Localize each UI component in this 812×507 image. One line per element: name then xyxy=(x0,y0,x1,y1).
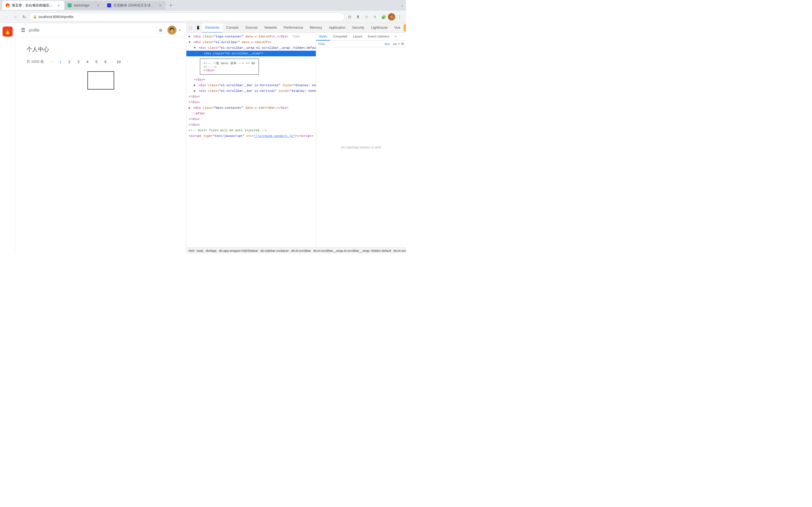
page-content: 个人中心 共 1000 条 ‹ 1 2 3 4 5 6 ··· 10 › xyxy=(15,37,186,253)
tab-2-close[interactable]: ✕ xyxy=(96,3,100,8)
styles-tab-event-listeners[interactable]: Event Listeners xyxy=(365,33,392,41)
devtools-tab-lighthouse[interactable]: Lighthouse xyxy=(368,23,391,33)
dom-line-script[interactable]: <script type="text/javascript" src="/js/… xyxy=(186,133,316,139)
devtools-tab-network[interactable]: Network xyxy=(261,23,280,33)
browser-profile-avatar[interactable]: 波 xyxy=(388,13,395,20)
menu-toggle-icon[interactable]: ☰ xyxy=(21,27,26,33)
pseudo-element: ::after xyxy=(192,112,205,115)
url-bar[interactable]: 🔒 localhost:8080/#/profile xyxy=(29,13,345,21)
tag-close10: </div> xyxy=(189,101,200,104)
devtools-tab-elements[interactable]: Elements xyxy=(202,23,223,33)
dom-line-7[interactable]: ▶ <div class="main-container" data-v-138… xyxy=(186,105,316,111)
styles-tab-computed[interactable]: Computed xyxy=(330,33,350,41)
page-num-4[interactable]: 4 xyxy=(84,58,91,66)
vue-extension-icon[interactable]: V xyxy=(371,13,379,21)
dom-line-5[interactable]: ▶ <div class="el-scrollbar__bar is-horiz… xyxy=(186,82,316,88)
forward-button[interactable]: → xyxy=(11,13,19,21)
breadcrumb-scrollbar-view[interactable]: div.el-scrollbar__view xyxy=(393,249,406,252)
back-button[interactable]: ← xyxy=(2,13,10,21)
share-icon[interactable]: ⬆ xyxy=(354,13,362,21)
more-button[interactable]: ⋮ xyxy=(396,13,404,21)
add-style-icon[interactable]: + xyxy=(398,42,400,46)
page-num-3[interactable]: 3 xyxy=(74,58,82,66)
breadcrumb-scrollbar-wrap[interactable]: div.el-scrollbar__wrap.el-scrollbar__wra… xyxy=(313,249,391,252)
prev-page-button[interactable]: ‹ xyxy=(47,58,55,66)
breadcrumb-html[interactable]: html xyxy=(189,249,195,252)
page-num-2[interactable]: 2 xyxy=(65,58,73,66)
breadcrumb-scrollbar[interactable]: div.el-scrollbar xyxy=(291,249,311,252)
cls-filter[interactable]: .cls xyxy=(392,42,397,46)
devtools-tab-security[interactable]: Security xyxy=(349,23,368,33)
devtools-tab-console[interactable]: Console xyxy=(223,23,242,33)
page-num-6[interactable]: 6 xyxy=(101,58,109,66)
devtools-tab-application[interactable]: Application xyxy=(325,23,349,33)
devtools-tab-sources[interactable]: Sources xyxy=(242,23,261,33)
tab-3-close[interactable]: ✕ xyxy=(158,3,162,8)
tab-2[interactable]: backstage ✕ xyxy=(64,1,104,10)
next-page-button[interactable]: › xyxy=(124,58,132,66)
sidebar-logo[interactable]: 🔥 xyxy=(3,26,13,37)
attr-src-val: "/js/chunk-vendors.js" xyxy=(254,134,295,138)
dom-toggle-5[interactable]: ▶ xyxy=(194,83,197,88)
devtools-tab-performance[interactable]: Performance xyxy=(280,23,306,33)
cast-icon[interactable]: ⊡ xyxy=(346,13,354,21)
dom-line-6[interactable]: ▶ <div class="el-scrollbar__bar is-verti… xyxy=(186,88,316,94)
tag7: <div xyxy=(193,106,203,110)
dom-line-close5[interactable]: </div> xyxy=(186,122,316,128)
dom-line-close3[interactable]: </div> xyxy=(186,100,316,105)
dom-line-1[interactable]: ▶ <div class="logo-container" data-v-33e… xyxy=(186,34,316,40)
dom-line-4[interactable]: ▼ <div class="el-scrollbar__view"> xyxy=(186,51,316,56)
tag-close4: > xyxy=(261,52,263,55)
dom-line-3[interactable]: ▼ <div class="el-scrollbar__wrap el-scro… xyxy=(186,45,316,51)
dom-toggle[interactable]: ▶ xyxy=(189,34,192,39)
devtools-device-btn[interactable]: 📱 xyxy=(194,23,202,33)
page-num-5[interactable]: 5 xyxy=(93,58,100,66)
breadcrumb-app-wrapper[interactable]: div.app-wrapper.hideSidebar xyxy=(219,249,258,252)
dom-toggle-3[interactable]: ▼ xyxy=(194,45,197,50)
new-tab-button[interactable]: + xyxy=(167,1,175,9)
dom-toggle-2[interactable]: ▼ xyxy=(189,40,192,45)
toolbar-icons: ⊡ ⬆ ☆ V 🧩 波 ⋮ xyxy=(346,13,404,21)
tab-2-title: backstage xyxy=(74,3,94,7)
dom-line-close2[interactable]: </div> xyxy=(186,94,316,100)
dom-toggle-4[interactable]: ▼ xyxy=(199,51,202,56)
header-avatar[interactable]: 🧑 xyxy=(167,25,176,35)
styles-tab-layout[interactable]: Layout xyxy=(350,33,365,41)
bookmark-icon[interactable]: ☆ xyxy=(363,13,370,21)
dom-line-pseudo[interactable]: ::after xyxy=(186,111,316,116)
attr-val3: "el-scrollbar__wrap el-scrollbar__wrap--… xyxy=(219,46,316,50)
page-dots: ··· xyxy=(110,60,114,64)
expand-button[interactable]: ▾ xyxy=(179,28,181,32)
attr-name7: class= xyxy=(208,83,219,87)
breadcrumb-body[interactable]: body xyxy=(197,249,204,252)
breadcrumb-sidebar[interactable]: div.sidebar-container xyxy=(260,249,289,252)
refresh-style-icon[interactable]: ⊞ xyxy=(401,42,404,46)
dom-line-close1[interactable]: </div> xyxy=(186,77,316,82)
styles-tab-more[interactable]: » xyxy=(392,33,400,41)
dom-line-comment[interactable]: <!-- built files will be auto injected -… xyxy=(186,128,316,133)
styles-tab-styles[interactable]: Styles xyxy=(316,33,330,41)
page-num-10[interactable]: 10 xyxy=(115,58,123,66)
pagination: 共 1000 条 ‹ 1 2 3 4 5 6 ··· 10 › xyxy=(27,58,175,66)
dom-line-2[interactable]: ▼ <div class="el-scrollbar" data-v-33ec4… xyxy=(186,40,316,45)
highlight-box-wrap: <!-- 一级 menu 菜单 --> == $0 <!----> </div> xyxy=(186,56,316,77)
tab-1-close[interactable]: ✕ xyxy=(56,3,61,8)
reload-button[interactable]: ↻ xyxy=(20,13,28,21)
app-header: ☰ profile ⊞ 🧑 ▾ xyxy=(15,23,186,37)
tab-3[interactable]: 百度翻译-200种语言互译、沟通… ✕ xyxy=(104,1,166,10)
dom-toggle-7[interactable]: ▶ xyxy=(189,105,192,110)
browser-content: 🔥 ☰ profile ⊞ 🧑 ▾ 个人中心 xyxy=(0,23,406,253)
hov-filter[interactable]: :hov xyxy=(384,42,390,46)
dom-line-close4[interactable]: </div> xyxy=(186,116,316,122)
dom-toggle-6[interactable]: ▶ xyxy=(194,89,197,94)
devtools-inspect-btn[interactable]: ⬚ xyxy=(186,23,194,33)
tab-1[interactable]: 🔥 第五章：后台项目前端综合解决… ✕ xyxy=(2,1,64,10)
tab-list-button[interactable]: ⌄ xyxy=(401,3,404,7)
breadcrumb-div-app[interactable]: div#app xyxy=(206,249,217,252)
devtools-tab-memory[interactable]: Memory xyxy=(306,23,325,33)
page-num-1[interactable]: 1 xyxy=(56,58,64,66)
translate-icon[interactable]: ⊞ xyxy=(156,27,165,34)
extensions-icon[interactable]: 🧩 xyxy=(379,13,388,21)
devtools-tab-vue[interactable]: Vue xyxy=(391,23,404,33)
styles-filter-input[interactable] xyxy=(318,42,383,46)
